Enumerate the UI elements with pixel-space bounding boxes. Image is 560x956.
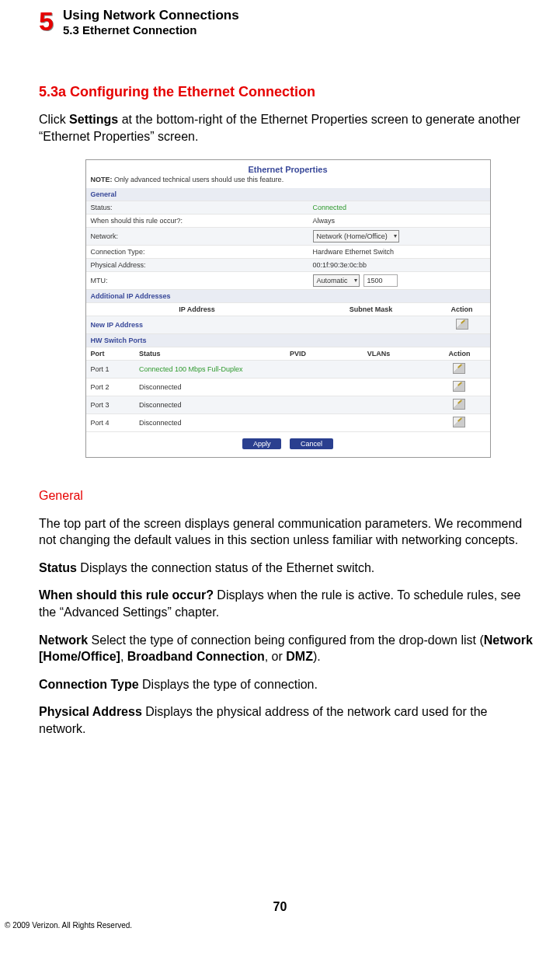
def-network-term: Network <box>39 633 88 647</box>
status-value: Connected <box>313 204 347 211</box>
new-ip-link[interactable]: New IP Address <box>86 316 308 333</box>
def-network-post: ). <box>313 650 321 663</box>
port-col-header: Port <box>86 347 134 361</box>
figure-note: NOTE: Only advanced technical users shou… <box>86 176 490 188</box>
port-name: Port 3 <box>86 396 134 413</box>
port-status: Disconnected <box>134 396 268 413</box>
vlans-col-header: VLANs <box>328 347 429 361</box>
port-row: Port 4 Disconnected <box>86 413 490 431</box>
port-action-col-header: Action <box>429 347 489 361</box>
hw-switch-header: HW Switch Ports <box>86 333 490 347</box>
port-name: Port 2 <box>86 378 134 396</box>
additional-ip-header: Additional IP Addresses <box>86 289 490 302</box>
intro-paragraph: Click Settings at the bottom-right of th… <box>39 111 537 145</box>
def-conntype-text: Displays the type of connection. <box>139 678 318 691</box>
port-status-col-header: Status <box>134 347 268 361</box>
edit-icon[interactable] <box>456 319 468 330</box>
def-network: Network Select the type of connection be… <box>39 632 537 665</box>
edit-icon[interactable] <box>453 363 465 374</box>
def-network-mid2: , or <box>265 650 287 663</box>
port-name: Port 4 <box>86 413 134 431</box>
figure-title: Ethernet Properties <box>86 160 490 176</box>
phys-label: Physical Address: <box>86 258 308 271</box>
figure-note-text: Only advanced technical users should use… <box>113 176 284 183</box>
def-status-text: Displays the connection status of the Et… <box>77 561 374 574</box>
port-row: Port 1 Connected 100 Mbps Full-Duplex <box>86 360 490 378</box>
edit-icon[interactable] <box>453 399 465 410</box>
cancel-button[interactable]: Cancel <box>290 438 333 449</box>
def-rule: When should this rule occur? Displays wh… <box>39 587 537 620</box>
def-network-pre: Select the type of connection being conf… <box>88 633 484 647</box>
conntype-value: Hardware Ethernet Switch <box>308 245 490 258</box>
apply-button[interactable]: Apply <box>242 438 282 449</box>
def-conntype-term: Connection Type <box>39 678 139 691</box>
port-status: Disconnected <box>134 413 268 431</box>
def-network-b2: Broadband Connection <box>127 650 265 663</box>
ip-col-header: IP Address <box>86 302 308 316</box>
port-status: Disconnected <box>134 378 268 396</box>
def-phys: Physical Address Displays the physical a… <box>39 703 537 737</box>
mtu-mode-select[interactable]: Automatic <box>313 274 360 287</box>
status-label: Status: <box>86 201 308 214</box>
mtu-label: MTU: <box>86 271 308 289</box>
def-phys-term: Physical Address <box>39 705 142 718</box>
network-select[interactable]: Network (Home/Office) <box>313 230 399 242</box>
intro-bold: Settings <box>69 113 118 126</box>
general-section-header: General <box>86 188 490 201</box>
ethernet-properties-figure: Ethernet Properties NOTE: Only advanced … <box>85 159 491 458</box>
mtu-value-input[interactable]: 1500 <box>363 274 398 287</box>
page-header: 5 Using Network Connections 5.3 Ethernet… <box>39 8 537 37</box>
def-conntype: Connection Type Displays the type of con… <box>39 676 537 693</box>
network-label: Network: <box>86 227 308 245</box>
rule-label: When should this rule occur?: <box>86 214 308 227</box>
section-heading: 5.3a Configuring the Ethernet Connection <box>39 84 537 100</box>
pvid-col-header: PVID <box>267 347 328 361</box>
intro-text-pre: Click <box>39 113 69 126</box>
port-name: Port 1 <box>86 360 134 378</box>
chapter-number: 5 <box>39 8 54 34</box>
rule-value: Always <box>308 214 490 227</box>
general-intro-paragraph: The top part of the screen displays gene… <box>39 515 537 549</box>
port-status: Connected 100 Mbps Full-Duplex <box>139 365 243 373</box>
page-number: 70 <box>0 900 560 914</box>
port-row: Port 3 Disconnected <box>86 396 490 413</box>
chapter-title: Using Network Connections <box>63 8 239 23</box>
edit-icon[interactable] <box>453 417 465 427</box>
phys-value: 00:1f:90:3e:0c:bb <box>308 258 490 271</box>
action-col-header: Action <box>434 302 490 316</box>
def-network-mid1: , <box>120 650 127 663</box>
def-status: Status Displays the connection status of… <box>39 560 537 577</box>
conntype-label: Connection Type: <box>86 245 308 258</box>
section-number-title: 5.3 Ethernet Connection <box>63 23 239 37</box>
port-row: Port 2 Disconnected <box>86 378 490 396</box>
def-rule-term: When should this rule occur? <box>39 588 214 602</box>
mask-col-header: Subnet Mask <box>308 302 434 316</box>
edit-icon[interactable] <box>453 381 465 392</box>
figure-note-label: NOTE: <box>91 176 113 183</box>
copyright: © 2009 Verizon. All Rights Reserved. <box>5 921 132 930</box>
def-status-term: Status <box>39 561 77 574</box>
general-subheading: General <box>39 489 537 503</box>
def-network-b3: DMZ <box>286 650 313 663</box>
